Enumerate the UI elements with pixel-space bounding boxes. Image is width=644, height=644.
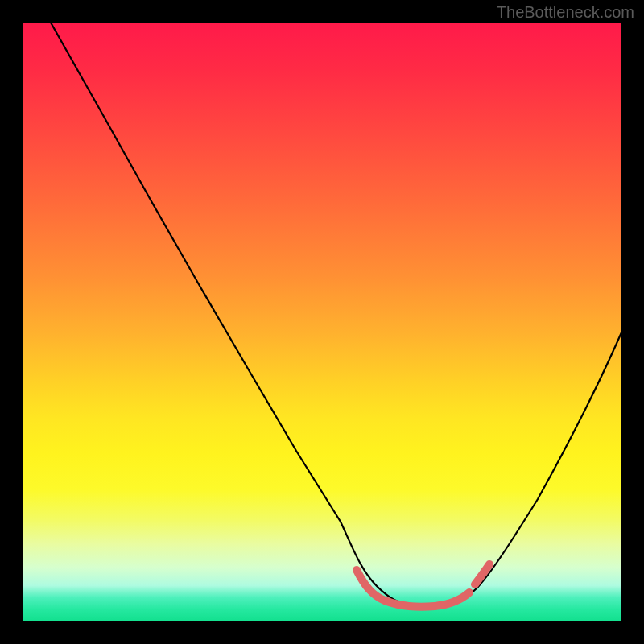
- plot-area: [23, 23, 621, 621]
- attribution-label: TheBottleneck.com: [497, 3, 634, 22]
- bottleneck-curve-svg: [23, 23, 621, 621]
- bottleneck-curve-path: [51, 23, 621, 607]
